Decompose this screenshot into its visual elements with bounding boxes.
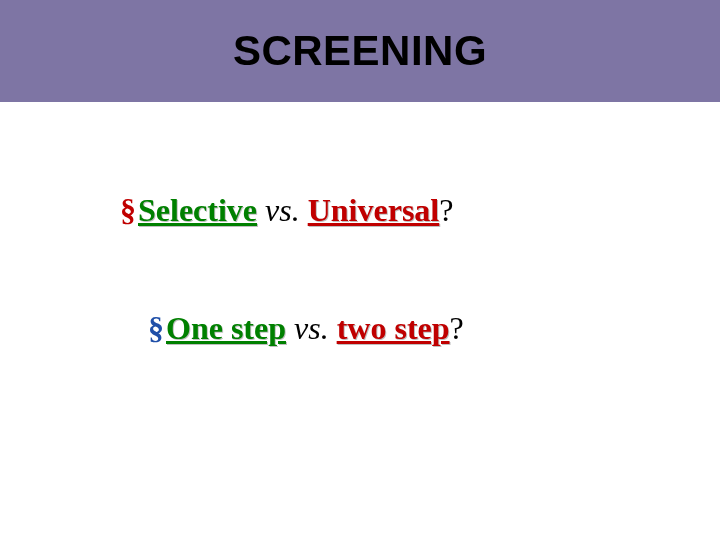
bullet-line-2: §One step vs. two step? [148,310,464,347]
slide: SCREENING §Selective vs. Universal? §One… [0,0,720,540]
term-universal: Universal [308,192,440,228]
bullet-line-1: §Selective vs. Universal? [120,192,453,229]
question-mark: ? [439,192,453,228]
title-band: SCREENING [0,0,720,102]
term-one-step: One step [166,310,286,346]
vs-text: vs. [286,310,337,346]
term-two-step: two step [337,310,450,346]
term-selective: Selective [138,192,257,228]
bullet-icon: § [120,192,136,228]
slide-title: SCREENING [233,27,487,75]
bullet-icon: § [148,310,164,346]
question-mark: ? [450,310,464,346]
vs-text: vs. [257,192,308,228]
